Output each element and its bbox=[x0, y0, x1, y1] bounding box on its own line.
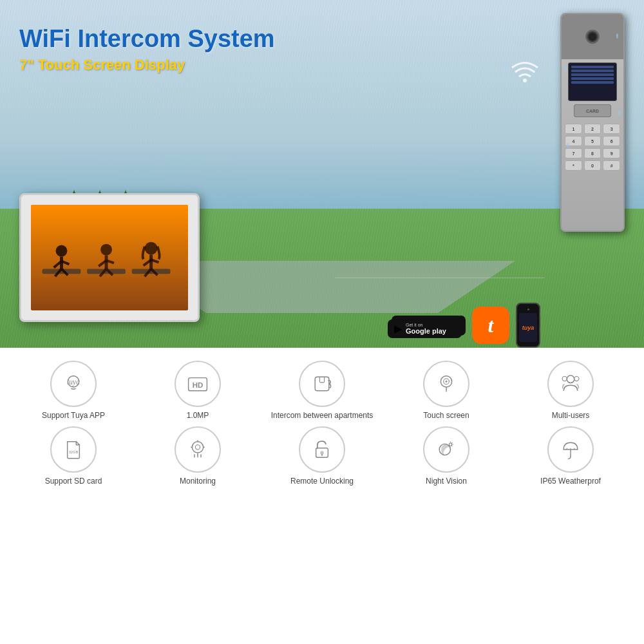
key-5: 5 bbox=[584, 136, 601, 146]
svg-rect-1 bbox=[31, 205, 188, 310]
svg-text:32GB: 32GB bbox=[69, 450, 79, 454]
app-section:  Available on the App Store t tuya bbox=[388, 303, 544, 338]
screen-line-4 bbox=[571, 77, 614, 80]
feature-label-weatherproof: IP65 Weatherprof bbox=[540, 477, 601, 487]
hero-subtitle-rest: Touch Screen Display bbox=[34, 57, 185, 73]
feature-multiusers: Multi-users bbox=[510, 361, 631, 421]
feature-unlock: Remote Unlocking bbox=[261, 426, 383, 487]
key-0: 0 bbox=[584, 160, 601, 171]
svg-text:tuya: tuya bbox=[67, 378, 80, 386]
phone-screen: tuya bbox=[519, 313, 537, 342]
door-panel: CARD 123456789*0# bbox=[560, 13, 625, 232]
svg-text:HD: HD bbox=[193, 381, 204, 389]
feature-circle-nightvision bbox=[423, 426, 469, 473]
svg-point-0 bbox=[523, 79, 527, 82]
key-1: 1 bbox=[565, 124, 582, 134]
monitor-device bbox=[19, 193, 200, 322]
screen-line-3 bbox=[571, 73, 614, 76]
svg-point-40 bbox=[320, 451, 324, 455]
feature-circle-touchscreen bbox=[423, 361, 469, 407]
svg-point-32 bbox=[562, 376, 567, 381]
feature-circle-sdcard: 32GB bbox=[50, 426, 97, 473]
googleplay-large: Google play bbox=[406, 327, 446, 335]
card-slot: CARD bbox=[574, 104, 611, 117]
svg-point-35 bbox=[195, 444, 200, 449]
phone-tuya-text: tuya bbox=[522, 325, 535, 331]
feature-label-nightvision: Night Vision bbox=[426, 477, 467, 487]
main-container: WiFi Intercom System 7" Touch Screen Dis… bbox=[0, 0, 644, 644]
svg-point-5 bbox=[56, 245, 68, 257]
feature-label-intercom: Intercom between apartments bbox=[271, 411, 374, 421]
door-panel-screen bbox=[568, 62, 618, 101]
key-#: # bbox=[603, 160, 620, 171]
screen-line-2 bbox=[571, 70, 614, 72]
googleplay-text: Get it on Google play bbox=[406, 323, 446, 335]
feature-nightvision: Night Vision bbox=[386, 426, 507, 487]
svg-point-11 bbox=[100, 244, 112, 256]
feature-intercom: Intercom between apartments bbox=[261, 361, 383, 421]
water-drop-2 bbox=[565, 66, 567, 71]
hero-text: WiFi Intercom System 7" Touch Screen Dis… bbox=[19, 26, 275, 73]
svg-point-43 bbox=[449, 443, 451, 446]
feature-weatherproof: IP65 Weatherprof bbox=[510, 426, 631, 487]
monitor-screen bbox=[31, 205, 188, 310]
key-6: 6 bbox=[603, 136, 620, 146]
key-3: 3 bbox=[603, 124, 620, 134]
googleplay-icon: ▶ bbox=[394, 323, 402, 335]
feature-label-hd: 1.0MP bbox=[187, 411, 209, 421]
camera-lens bbox=[585, 30, 600, 44]
svg-point-29 bbox=[446, 381, 448, 383]
treadmill-scene bbox=[31, 205, 188, 310]
feature-circle-hd: HD bbox=[175, 361, 221, 407]
hero-divider bbox=[335, 278, 544, 278]
feature-monitoring: Monitoring bbox=[137, 426, 258, 487]
feature-label-tuya-app: Support Tuya APP bbox=[42, 411, 105, 421]
feature-circle-monitoring bbox=[175, 426, 221, 473]
feature-hd: HD 1.0MP bbox=[137, 361, 258, 421]
key-*: * bbox=[565, 160, 582, 171]
key-7: 7 bbox=[565, 148, 582, 158]
hero-section: WiFi Intercom System 7" Touch Screen Dis… bbox=[0, 0, 644, 348]
keypad: 123456789*0# bbox=[562, 120, 623, 174]
phone-device: tuya bbox=[516, 303, 540, 348]
door-panel-top bbox=[562, 14, 623, 59]
screen-line-1 bbox=[571, 66, 614, 68]
water-drop-3 bbox=[618, 111, 620, 116]
svg-point-34 bbox=[192, 441, 203, 452]
feature-label-monitoring: Monitoring bbox=[180, 477, 216, 487]
feature-label-touchscreen: Touch screen bbox=[423, 411, 469, 421]
feature-tuya-app: tuya Support Tuya APP bbox=[13, 361, 134, 421]
hero-title: WiFi Intercom System bbox=[19, 26, 275, 53]
googleplay-badge[interactable]: ▶ Get it on Google play bbox=[388, 319, 462, 338]
feature-sdcard: 32GB Support SD card bbox=[13, 426, 134, 487]
svg-point-31 bbox=[574, 376, 579, 381]
features-grid: tuya Support Tuya APP HD 1.0MP Intercom … bbox=[13, 361, 631, 486]
feature-circle-weatherproof bbox=[547, 426, 594, 473]
tuya-logo: t bbox=[472, 307, 509, 344]
hero-subtitle: 7" Touch Screen Display bbox=[19, 57, 275, 73]
googleplay-small: Get it on bbox=[406, 323, 446, 327]
feature-label-unlock: Remote Unlocking bbox=[290, 477, 354, 487]
feature-touchscreen: Touch screen bbox=[386, 361, 507, 421]
wifi-icon bbox=[509, 58, 541, 84]
key-8: 8 bbox=[584, 148, 601, 158]
key-9: 9 bbox=[603, 148, 620, 158]
feature-circle-unlock bbox=[299, 426, 345, 473]
svg-point-17 bbox=[145, 242, 158, 255]
hero-subtitle-prefix: 7" bbox=[19, 57, 34, 73]
feature-circle-tuya-app: tuya bbox=[50, 361, 97, 407]
svg-point-30 bbox=[567, 375, 574, 383]
features-section: tuya Support Tuya APP HD 1.0MP Intercom … bbox=[0, 348, 644, 644]
feature-label-sdcard: Support SD card bbox=[45, 477, 102, 487]
screen-line-5 bbox=[571, 81, 614, 84]
feature-circle-multiusers bbox=[547, 361, 594, 407]
feature-label-multiusers: Multi-users bbox=[552, 411, 590, 421]
feature-circle-intercom bbox=[299, 361, 345, 407]
phone-speaker bbox=[527, 308, 529, 310]
key-2: 2 bbox=[584, 124, 601, 134]
